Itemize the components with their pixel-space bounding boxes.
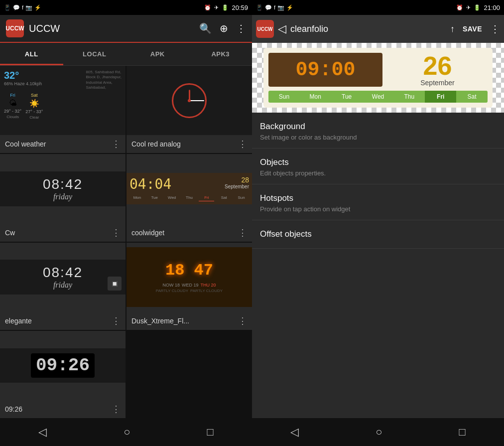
flip-preview: 09:26	[0, 331, 126, 400]
right-back-button[interactable]: ◁	[290, 426, 299, 439]
background-desc: Set image or color as background	[260, 134, 496, 141]
search-icon[interactable]: 🔍	[199, 22, 212, 34]
cf-wd-wed: Wed	[363, 91, 394, 103]
cw-menu-icon[interactable]: ⋮	[112, 227, 121, 238]
share-icon[interactable]: ↑	[450, 24, 455, 34]
dusk-label-bar: Dusk_Xtreme_Fl... ⋮	[126, 312, 252, 330]
dusk-name: Dusk_Xtreme_Fl...	[131, 317, 189, 325]
left-back-button[interactable]: ◁	[38, 426, 47, 439]
tab-local[interactable]: LOCAL	[63, 43, 126, 65]
camera-icon: 📷	[25, 4, 32, 11]
whatsapp-icon: 📱	[4, 4, 11, 11]
left-bottom-nav: ◁ ○ □	[0, 418, 252, 446]
widget-display: 09:00 26 September Sun Mon Tue Wed Thu F…	[252, 43, 504, 113]
alarm-icon: ⏰	[204, 4, 211, 11]
right-overflow-menu-icon[interactable]: ⋮	[490, 23, 500, 35]
widget-cool-red-analog[interactable]: Cool red analog ⋮	[126, 66, 252, 153]
settings-background[interactable]: Background Set image or color as backgro…	[252, 113, 504, 149]
facebook-icon: f	[22, 4, 23, 10]
cf-month: September	[420, 79, 454, 87]
hotspots-desc: Provide on tap action on widget	[260, 205, 496, 213]
cool-red-analog-label-bar: Cool red analog ⋮	[126, 135, 252, 153]
left-panel: 📱 💬 f 📷 ⚡ ⏰ ✈ 🔋 20:59 UCCW UCCW 🔍 ⊕ ⋮ AL…	[0, 0, 252, 446]
widget-dusk[interactable]: 18 47 NOW 18 WED 19 THU 20 PARTLY CLOUDY…	[126, 243, 252, 330]
cool-red-analog-menu-icon[interactable]: ⋮	[238, 139, 247, 149]
overflow-menu-icon[interactable]: ⋮	[236, 22, 246, 34]
settings-list: Background Set image or color as backgro…	[252, 113, 504, 418]
coolwidget-label-bar: coolwidget ⋮	[126, 224, 252, 242]
right-status-bar: 📱 💬 f 📷 ⚡ ⏰ ✈ 🔋 21:00	[252, 0, 504, 15]
cw-top: 32° 66% Haze 4.10kph 805, Sahibabad Rd,B…	[4, 70, 122, 91]
cw-preview: 08:42 friday	[0, 154, 126, 223]
cool-weather-content: 32° 66% Haze 4.10kph 805, Sahibabad Rd,B…	[0, 66, 126, 135]
flip-name: 09:26	[5, 405, 22, 413]
save-button[interactable]: SAVE	[459, 23, 486, 35]
widget-coolwidget[interactable]: 04:04 28 September Mon Tue Wed Thu Fri S…	[126, 154, 252, 241]
right-time: 21:00	[484, 4, 500, 11]
left-home-button[interactable]: ○	[124, 426, 130, 439]
r-camera-icon: 📷	[277, 4, 284, 11]
r-whatsapp-icon: 📱	[256, 4, 263, 11]
cf-top: 09:00 26 September	[268, 53, 488, 87]
cw-label-bar: Cw ⋮	[0, 224, 126, 242]
offset-objects-title: Offset objects	[260, 229, 496, 239]
hotspots-title: Hotspots	[260, 193, 496, 203]
right-bottom-nav: ◁ ○ □	[252, 418, 504, 446]
cw-name: Cw	[5, 229, 15, 237]
app-logo: UCCW	[6, 19, 24, 37]
settings-offset-objects[interactable]: Offset objects	[252, 220, 504, 249]
widget-elegante[interactable]: 08:42 friday 🔲 elegante ⋮	[0, 243, 126, 330]
settings-objects[interactable]: Objects Edit objects properties.	[252, 149, 504, 184]
elegante-label-bar: elegante ⋮	[0, 312, 126, 330]
tab-apk[interactable]: APK	[126, 43, 189, 65]
analog-clock	[172, 83, 207, 118]
add-icon[interactable]: ⊕	[220, 22, 228, 34]
settings-hotspots[interactable]: Hotspots Provide on tap action on widget	[252, 184, 504, 220]
r-messenger-icon: 💬	[265, 4, 272, 11]
left-status-icons: 📱 💬 f 📷 ⚡	[4, 4, 41, 11]
r-battery-icon: 🔋	[474, 4, 481, 11]
dusk-menu-icon[interactable]: ⋮	[238, 315, 247, 326]
cool-red-analog-name: Cool red analog	[131, 140, 181, 148]
right-home-button[interactable]: ○	[376, 426, 382, 439]
minute-hand	[189, 100, 204, 101]
widget-cw[interactable]: 08:42 friday Cw ⋮	[0, 154, 126, 241]
tabs-bar: ALL LOCAL APK APK3	[0, 43, 252, 66]
widget-cool-weather[interactable]: 32° 66% Haze 4.10kph 805, Sahibabad Rd,B…	[0, 66, 126, 153]
clock-center	[188, 99, 191, 102]
widget-flip[interactable]: 09:26 09:26 ⋮	[0, 331, 126, 418]
cf-wd-thu: Thu	[393, 91, 425, 103]
objects-title: Objects	[260, 157, 496, 167]
bolt-icon: ⚡	[34, 4, 41, 11]
cleanfolio-widget: 09:00 26 September Sun Mon Tue Wed Thu F…	[263, 48, 493, 108]
left-time: 20:59	[232, 4, 248, 11]
tab-all[interactable]: ALL	[0, 43, 63, 65]
background-title: Background	[260, 122, 496, 132]
objects-desc: Edit objects properties.	[260, 169, 496, 177]
cf-wd-sat: Sat	[456, 91, 488, 103]
elegante-widget-icon: 🔲	[108, 277, 122, 291]
widget-list: 32° 66% Haze 4.10kph 805, Sahibabad Rd,B…	[0, 66, 252, 418]
left-app-bar: UCCW UCCW 🔍 ⊕ ⋮	[0, 15, 252, 43]
elegante-menu-icon[interactable]: ⋮	[112, 315, 121, 326]
cf-clock: 09:00	[268, 53, 382, 87]
right-recent-button[interactable]: □	[459, 426, 466, 439]
flip-label-bar: 09:26 ⋮	[0, 400, 126, 418]
cool-red-analog-preview	[126, 66, 252, 135]
airplane-icon: ✈	[214, 4, 219, 11]
tab-apk3[interactable]: APK3	[189, 43, 252, 65]
right-back-icon[interactable]: ◁	[278, 22, 286, 35]
r-airplane-icon: ✈	[466, 4, 471, 11]
coolwidget-menu-icon[interactable]: ⋮	[238, 227, 247, 238]
cf-wd-tue: Tue	[331, 91, 363, 103]
cf-weekdays: Sun Mon Tue Wed Thu Fri Sat	[268, 91, 488, 103]
r-alarm-icon: ⏰	[456, 4, 463, 11]
left-recent-button[interactable]: □	[207, 426, 214, 439]
flip-menu-icon[interactable]: ⋮	[112, 404, 121, 415]
right-app-logo: UCCW	[256, 20, 274, 38]
app-bar-actions: 🔍 ⊕ ⋮	[199, 22, 246, 34]
cool-weather-menu-icon[interactable]: ⋮	[112, 139, 121, 149]
app-title: UCCW	[29, 23, 194, 34]
r-bolt-icon: ⚡	[286, 4, 293, 11]
elegante-name: elegante	[5, 317, 32, 325]
